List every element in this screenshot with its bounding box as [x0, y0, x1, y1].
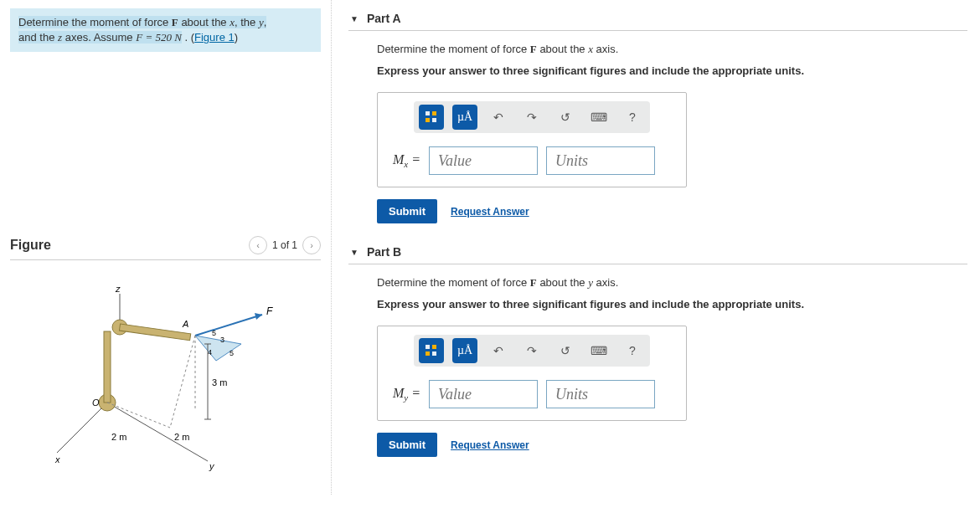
- redo-button[interactable]: ↷: [519, 338, 544, 363]
- svg-text:z: z: [115, 285, 121, 294]
- caret-down-icon: ▼: [350, 14, 358, 23]
- part-a-units-input[interactable]: [546, 146, 655, 175]
- svg-rect-10: [119, 324, 190, 341]
- svg-text:A: A: [182, 319, 188, 329]
- svg-rect-33: [426, 345, 430, 349]
- help-button[interactable]: ?: [620, 105, 645, 130]
- keyboard-button[interactable]: ⌨: [586, 105, 611, 130]
- svg-line-12: [195, 315, 262, 336]
- figure-image: x y z O A F 3: [10, 285, 321, 486]
- svg-line-0: [57, 403, 107, 453]
- svg-text:2 m: 2 m: [111, 432, 126, 442]
- keyboard-button[interactable]: ⌨: [586, 338, 611, 363]
- undo-button[interactable]: ↶: [486, 338, 511, 363]
- figure-prev-button[interactable]: ‹: [249, 236, 267, 254]
- caret-down-icon: ▼: [350, 248, 358, 257]
- part-a-submit-button[interactable]: Submit: [377, 199, 437, 223]
- part-b-instructions: Express your answer to three significant…: [377, 298, 967, 310]
- undo-button[interactable]: ↶: [486, 105, 511, 130]
- svg-marker-15: [195, 336, 241, 361]
- part-b-answer-box: µÅ ↶ ↷ ↺ ⌨ ? My =: [377, 326, 687, 421]
- units-button[interactable]: µÅ: [452, 338, 477, 363]
- svg-text:3 m: 3 m: [212, 377, 227, 387]
- part-a-answer-box: µÅ ↶ ↷ ↺ ⌨ ? Mx =: [377, 92, 687, 187]
- figure-pager-label: 1 of 1: [272, 239, 297, 251]
- redo-button[interactable]: ↷: [519, 105, 544, 130]
- svg-rect-31: [426, 118, 430, 122]
- part-b-label: Part B: [367, 245, 401, 259]
- svg-text:F: F: [266, 305, 273, 317]
- part-b-submit-button[interactable]: Submit: [377, 433, 437, 457]
- figure-pager: ‹ 1 of 1 ›: [249, 236, 321, 254]
- help-button[interactable]: ?: [620, 338, 645, 363]
- svg-rect-29: [426, 111, 430, 115]
- part-a-value-input[interactable]: [429, 146, 538, 175]
- problem-statement: Determine the moment of force F about th…: [10, 8, 321, 52]
- svg-text:x: x: [54, 454, 60, 464]
- part-b-units-input[interactable]: [546, 380, 655, 408]
- svg-rect-34: [432, 345, 436, 349]
- svg-text:3: 3: [220, 336, 224, 344]
- svg-rect-35: [426, 351, 430, 356]
- part-b-request-answer-link[interactable]: Request Answer: [451, 439, 529, 451]
- part-a-header[interactable]: ▼ Part A: [348, 7, 967, 31]
- svg-rect-36: [432, 351, 436, 356]
- part-a-prompt: Determine the moment of force F about th…: [377, 43, 967, 56]
- svg-rect-32: [432, 118, 436, 122]
- reset-button[interactable]: ↺: [553, 338, 578, 363]
- svg-text:y: y: [209, 461, 215, 471]
- part-a-request-answer-link[interactable]: Request Answer: [451, 206, 529, 218]
- svg-line-20: [170, 336, 195, 428]
- part-a-symbol: Mx =: [393, 152, 420, 169]
- units-button[interactable]: µÅ: [452, 105, 477, 130]
- part-b-symbol: My =: [393, 386, 420, 403]
- part-a-label: Part A: [367, 12, 401, 25]
- figure-title: Figure: [10, 238, 51, 253]
- svg-rect-30: [432, 111, 436, 115]
- part-b-prompt: Determine the moment of force F about th…: [377, 276, 967, 290]
- svg-line-21: [107, 403, 170, 428]
- svg-marker-13: [255, 313, 262, 320]
- figure-link[interactable]: Figure 1: [194, 31, 235, 44]
- part-b-value-input[interactable]: [429, 380, 538, 408]
- part-a-instructions: Express your answer to three significant…: [377, 64, 967, 77]
- part-b-header[interactable]: ▼ Part B: [348, 240, 967, 264]
- templates-button[interactable]: [419, 338, 444, 363]
- svg-text:O: O: [92, 398, 100, 408]
- figure-next-button[interactable]: ›: [302, 236, 321, 254]
- svg-text:4: 4: [208, 348, 212, 357]
- svg-text:2 m: 2 m: [174, 432, 189, 442]
- templates-button[interactable]: [419, 105, 444, 130]
- part-b-toolbar: µÅ ↶ ↷ ↺ ⌨ ?: [414, 335, 650, 367]
- reset-button[interactable]: ↺: [553, 105, 578, 130]
- svg-text:5: 5: [212, 329, 216, 337]
- svg-text:5: 5: [230, 349, 234, 357]
- svg-rect-8: [104, 331, 111, 403]
- part-a-toolbar: µÅ ↶ ↷ ↺ ⌨ ?: [414, 101, 650, 133]
